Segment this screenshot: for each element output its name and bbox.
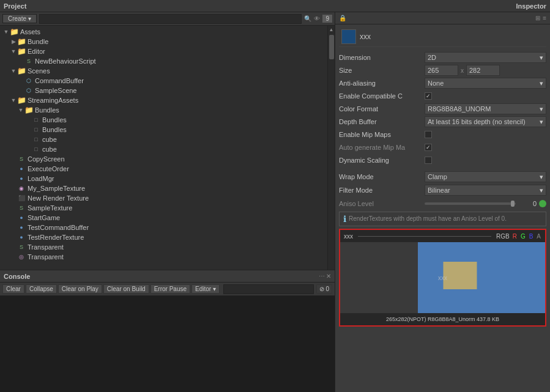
size-width[interactable] bbox=[425, 65, 458, 76]
preview-r-btn[interactable]: R bbox=[512, 233, 518, 240]
tree-item[interactable]: ▶📁Bundle bbox=[0, 37, 327, 46]
prop-dropdown[interactable]: 2D▾ bbox=[425, 52, 546, 63]
tree-item-icon: □ bbox=[32, 145, 40, 153]
preview-g-btn[interactable]: G bbox=[520, 233, 526, 240]
search-input[interactable] bbox=[39, 14, 302, 24]
console-ctrl1[interactable]: ⋯ bbox=[319, 273, 325, 279]
tree-item[interactable]: ▼📁StreamingAssets bbox=[0, 95, 327, 105]
inspector-grid-icon[interactable]: ⊞ bbox=[535, 15, 540, 21]
tree-item-icon: ◎ bbox=[17, 253, 26, 261]
filter-mode-label: Filter Mode bbox=[339, 187, 425, 194]
console-btn-0[interactable]: Clear bbox=[2, 284, 24, 294]
tree-arrow[interactable]: ▶ bbox=[10, 39, 17, 45]
tree-item[interactable]: SSampleTexture bbox=[0, 203, 327, 213]
tree-item-label: TestCommandBuffer bbox=[28, 224, 89, 231]
tree-item-icon: ● bbox=[17, 223, 26, 232]
preview-b-btn[interactable]: B bbox=[529, 233, 534, 240]
project-tree: ▼📁Assets▶📁Bundle▼📁EditorSNewBehaviourScr… bbox=[0, 26, 327, 270]
preview-square bbox=[444, 262, 477, 289]
console-ctrl2[interactable]: ✕ bbox=[326, 273, 331, 279]
prop-row: Auto generate Mip Ma✓ bbox=[339, 142, 546, 153]
tree-arrow[interactable]: ▼ bbox=[10, 48, 17, 54]
size-x-sep: x bbox=[461, 67, 464, 74]
tree-item[interactable]: ▼📁Editor bbox=[0, 46, 327, 56]
tree-item-label: New Render Texture bbox=[28, 194, 89, 202]
tree-item-label: SampleScene bbox=[35, 87, 77, 94]
prop-checkbox[interactable]: ✓ bbox=[425, 144, 432, 151]
tree-item-label: cube bbox=[42, 136, 57, 143]
tree-item[interactable]: ⬛New Render Texture bbox=[0, 193, 327, 203]
tree-item-icon: 📁 bbox=[17, 67, 26, 75]
tree-item[interactable]: ⬡SampleScene bbox=[0, 86, 327, 95]
prop-checkbox[interactable] bbox=[425, 131, 432, 138]
console-btn-3[interactable]: Clear on Build bbox=[103, 284, 149, 294]
tree-item[interactable]: ▼📁Bundles bbox=[0, 105, 327, 115]
prop-label: Dynamic Scaling bbox=[339, 157, 425, 164]
tree-item[interactable]: SCopyScreen bbox=[0, 154, 327, 164]
tree-item[interactable]: □cube bbox=[0, 135, 327, 144]
console-search[interactable] bbox=[223, 284, 314, 294]
tree-item[interactable]: ●ExecuteOrder bbox=[0, 164, 327, 174]
tree-arrow[interactable]: ▼ bbox=[2, 29, 10, 35]
scroll-up-icon[interactable]: ▲ bbox=[329, 27, 334, 32]
prop-dropdown[interactable]: R8G8B8A8_UNORM▾ bbox=[425, 103, 546, 114]
prop-row: Anti-aliasingNone▾ bbox=[339, 78, 546, 89]
prop-dropdown[interactable]: None▾ bbox=[425, 78, 546, 89]
prop-row: Color FormatR8G8B8A8_UNORM▾ bbox=[339, 103, 546, 114]
lock-icon[interactable]: 🔒 bbox=[339, 15, 346, 21]
search-icon: 🔍 bbox=[304, 15, 311, 22]
inspector-menu-icon[interactable]: ≡ bbox=[543, 15, 546, 21]
tree-item-label: SampleTexture bbox=[28, 204, 72, 212]
tree-item[interactable]: ⬡CommandBuffer bbox=[0, 76, 327, 86]
info-box: ℹ RenderTextures with depth must have an… bbox=[339, 212, 546, 226]
prop-label: Size bbox=[339, 67, 425, 74]
tree-item[interactable]: SNewBehaviourScript bbox=[0, 56, 327, 66]
tree-item[interactable]: ▼📁Assets bbox=[0, 27, 327, 37]
tree-item-label: cube bbox=[42, 146, 57, 153]
tree-arrow[interactable]: ▼ bbox=[17, 107, 24, 113]
tree-item[interactable]: STransparent bbox=[0, 242, 327, 252]
prop-label: Auto generate Mip Ma bbox=[339, 144, 425, 151]
console-btn-1[interactable]: Collapse bbox=[26, 284, 57, 294]
tree-item-label: TestRenderTexture bbox=[28, 234, 84, 241]
create-button[interactable]: Create ▾ bbox=[2, 14, 37, 23]
scroll-thumb[interactable] bbox=[329, 35, 334, 59]
tree-item[interactable]: ●TestRenderTexture bbox=[0, 232, 327, 242]
tree-item[interactable]: □Bundles bbox=[0, 115, 327, 125]
inspector-panel-title-tab: Inspector bbox=[516, 2, 546, 10]
tree-arrow[interactable]: ▼ bbox=[10, 68, 17, 74]
tree-item-icon: 📁 bbox=[17, 37, 26, 46]
size-height[interactable] bbox=[466, 65, 500, 76]
tree-item-icon: ● bbox=[17, 213, 26, 222]
tree-arrow[interactable]: ▼ bbox=[10, 97, 17, 103]
preview-title: xxx bbox=[344, 233, 353, 240]
tree-item[interactable]: □cube bbox=[0, 144, 327, 154]
prop-row: Depth BufferAt least 16 bits depth (no s… bbox=[339, 116, 546, 127]
tree-item-label: Editor bbox=[28, 48, 45, 55]
tree-item[interactable]: ●TestCommandBuffer bbox=[0, 223, 327, 232]
wrap-mode-label: Wrap Mode bbox=[339, 173, 425, 180]
console-btn-5[interactable]: Editor ▾ bbox=[191, 284, 220, 294]
tree-item[interactable]: □Bundles bbox=[0, 125, 327, 135]
tree-item-label: CommandBuffer bbox=[35, 77, 84, 84]
tree-item[interactable]: ▼📁Scenes bbox=[0, 66, 327, 76]
aniso-level-label: Aniso Level bbox=[339, 200, 425, 207]
prop-checkbox[interactable] bbox=[425, 157, 432, 164]
tree-item-icon: S bbox=[17, 155, 26, 163]
console-btn-4[interactable]: Error Pause bbox=[151, 284, 190, 294]
eye-icon[interactable]: 👁 bbox=[314, 15, 320, 22]
prop-dropdown[interactable]: At least 16 bits depth (no stencil)▾ bbox=[425, 116, 546, 127]
console-btn-2[interactable]: Clear on Play bbox=[58, 284, 102, 294]
wrap-mode-dropdown[interactable]: Clamp ▾ bbox=[425, 171, 546, 182]
prop-checkbox[interactable]: ✓ bbox=[425, 92, 432, 100]
tree-item[interactable]: ◎Transparent bbox=[0, 252, 327, 262]
filter-mode-dropdown[interactable]: Bilinear ▾ bbox=[425, 185, 546, 196]
tree-item[interactable]: ◉My_SampleTexture bbox=[0, 183, 327, 193]
preview-a-btn[interactable]: A bbox=[536, 233, 541, 240]
tree-item-label: StreamingAssets bbox=[28, 97, 78, 104]
tree-item-label: ExecuteOrder bbox=[28, 165, 69, 172]
tree-item[interactable]: ●StartGame bbox=[0, 213, 327, 223]
tree-item-icon: 📁 bbox=[17, 96, 26, 105]
tree-item[interactable]: ●LoadMgr bbox=[0, 174, 327, 183]
aniso-slider[interactable] bbox=[425, 202, 516, 205]
